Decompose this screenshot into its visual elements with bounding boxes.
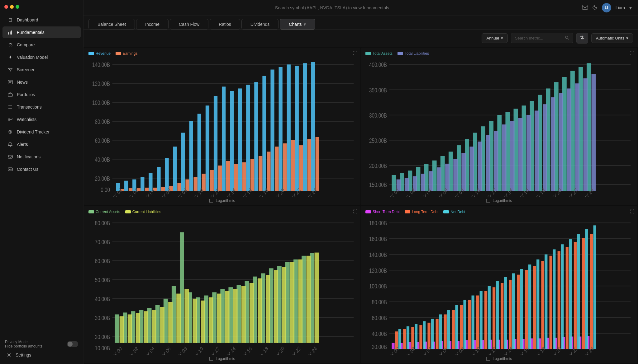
expand-btn-2[interactable]: ⛶ — [630, 51, 634, 56]
privacy-toggle[interactable] — [67, 341, 78, 347]
units-select[interactable]: Automatic Units ▾ — [591, 33, 633, 43]
svg-text:40.00B: 40.00B — [95, 156, 110, 163]
expand-btn-1[interactable]: ⛶ — [353, 51, 357, 56]
sidebar: ⊟ Dashboard Fundamentals ⚖ Compare ✦ Val… — [0, 0, 83, 364]
svg-rect-0 — [8, 32, 9, 35]
svg-rect-81 — [283, 143, 287, 191]
expand-btn-3[interactable]: ⛶ — [353, 209, 357, 214]
minimize-dot[interactable] — [10, 5, 14, 9]
svg-text:120.00B: 120.00B — [92, 80, 110, 87]
legend-net-debt: Net Debt — [443, 210, 465, 214]
sidebar-item-portfolios[interactable]: Portfolios — [2, 89, 81, 100]
svg-text:FY 02: FY 02 — [127, 345, 139, 355]
svg-rect-225 — [209, 297, 213, 343]
revenue-color — [88, 52, 94, 55]
svg-rect-157 — [567, 88, 571, 191]
svg-rect-149 — [502, 124, 507, 191]
symbol-search-input[interactable] — [90, 5, 578, 10]
sidebar-item-settings[interactable]: Settings — [5, 350, 78, 360]
log-checkbox-2[interactable] — [486, 199, 490, 203]
svg-rect-15 — [8, 155, 12, 158]
svg-rect-51 — [238, 88, 242, 191]
svg-rect-62 — [129, 188, 132, 191]
chevron-down-icon[interactable]: ▾ — [629, 5, 632, 11]
theme-icon[interactable] — [593, 5, 598, 11]
log-checkbox-3[interactable] — [209, 357, 213, 361]
user-name[interactable]: Liam — [616, 5, 625, 10]
sidebar-item-watchlists[interactable]: Watchlists — [2, 114, 81, 125]
tab-cash-flow[interactable]: Cash Flow — [170, 19, 208, 30]
svg-rect-152 — [526, 115, 531, 191]
sidebar-item-valuation[interactable]: ✦ Valuation Model — [2, 51, 81, 63]
svg-rect-235 — [290, 262, 294, 343]
svg-text:FY 20: FY 20 — [274, 345, 285, 355]
svg-rect-139 — [421, 174, 425, 191]
svg-rect-16 — [8, 168, 12, 171]
svg-rect-66 — [161, 187, 165, 191]
sidebar-item-dashboard[interactable]: ⊟ Dashboard — [2, 14, 81, 26]
swap-icon-btn[interactable] — [576, 33, 588, 44]
svg-rect-308 — [509, 279, 512, 349]
metric-search[interactable]: Search metric... — [511, 33, 573, 43]
svg-rect-339 — [561, 244, 564, 349]
sidebar-item-fundamentals[interactable]: Fundamentals — [2, 26, 81, 38]
svg-rect-217 — [144, 311, 148, 343]
sidebar-item-transactions[interactable]: Transactions — [2, 101, 81, 113]
svg-rect-317 — [582, 238, 585, 349]
legend-total-assets: Total Assets — [365, 51, 393, 56]
tab-dividends[interactable]: Dividends — [241, 19, 279, 30]
svg-rect-220 — [168, 301, 173, 343]
svg-rect-158 — [575, 83, 579, 191]
svg-rect-146 — [478, 142, 482, 191]
svg-rect-3 — [8, 80, 12, 84]
sidebar-item-screener[interactable]: Screener — [2, 64, 81, 76]
expand-btn-4[interactable]: ⛶ — [630, 209, 634, 214]
dashboard-icon: ⊟ — [7, 17, 13, 23]
sidebar-item-news[interactable]: News — [2, 76, 81, 88]
close-dot[interactable] — [4, 5, 8, 9]
fundamentals-icon — [7, 30, 13, 35]
avatar[interactable]: LI — [602, 3, 611, 12]
sidebar-item-contact[interactable]: Contact Us — [2, 163, 81, 175]
log-checkbox-1[interactable] — [209, 199, 213, 203]
svg-rect-150 — [510, 121, 515, 191]
svg-rect-71 — [202, 174, 206, 191]
svg-rect-154 — [543, 104, 547, 191]
svg-text:120.00B: 120.00B — [369, 267, 387, 274]
search-icon — [565, 35, 569, 41]
svg-rect-236 — [298, 259, 302, 343]
svg-rect-145 — [469, 147, 474, 191]
sidebar-item-compare[interactable]: ⚖ Compare — [2, 39, 81, 51]
tab-balance-sheet[interactable]: Balance Sheet — [88, 19, 135, 30]
hide-amounts-label: Hide portfolio amounts — [5, 344, 42, 348]
sidebar-item-notifications[interactable]: Notifications — [2, 151, 81, 163]
svg-rect-222 — [184, 289, 189, 343]
mail-icon[interactable] — [582, 5, 588, 11]
svg-rect-147 — [486, 135, 490, 191]
chart4-footer: Logarithmic — [365, 357, 633, 361]
tab-ratios[interactable]: Ratios — [210, 19, 240, 30]
privacy-mode-label: Privacy Mode — [5, 340, 42, 344]
svg-rect-155 — [551, 97, 555, 191]
svg-rect-224 — [201, 300, 205, 343]
tab-income[interactable]: Income — [136, 19, 169, 30]
svg-rect-231 — [258, 278, 262, 343]
svg-rect-55 — [270, 70, 274, 191]
svg-rect-45 — [189, 121, 193, 191]
svg-rect-1 — [10, 31, 11, 35]
svg-text:60.00B: 60.00B — [95, 258, 110, 265]
sidebar-item-dividend[interactable]: Dividend Tracker — [2, 126, 81, 138]
svg-rect-214 — [120, 316, 124, 343]
tab-charts[interactable]: Charts ⎘ — [280, 19, 315, 30]
svg-text:FY 14: FY 14 — [225, 345, 236, 355]
period-select[interactable]: Annual ▾ — [482, 33, 507, 43]
chart3-area: 80.00B 70.00B 60.00B 50.00B 40.00B 30.00… — [88, 217, 356, 356]
svg-line-20 — [568, 39, 569, 40]
svg-rect-216 — [136, 313, 140, 343]
maximize-dot[interactable] — [16, 5, 19, 9]
svg-rect-336 — [536, 259, 539, 349]
log-checkbox-4[interactable] — [486, 357, 490, 361]
sidebar-item-alerts[interactable]: Alerts — [2, 138, 81, 150]
chart-current-assets: Current Assets Current Liabilities ⛶ — [84, 206, 360, 364]
compare-icon: ⚖ — [7, 42, 13, 48]
